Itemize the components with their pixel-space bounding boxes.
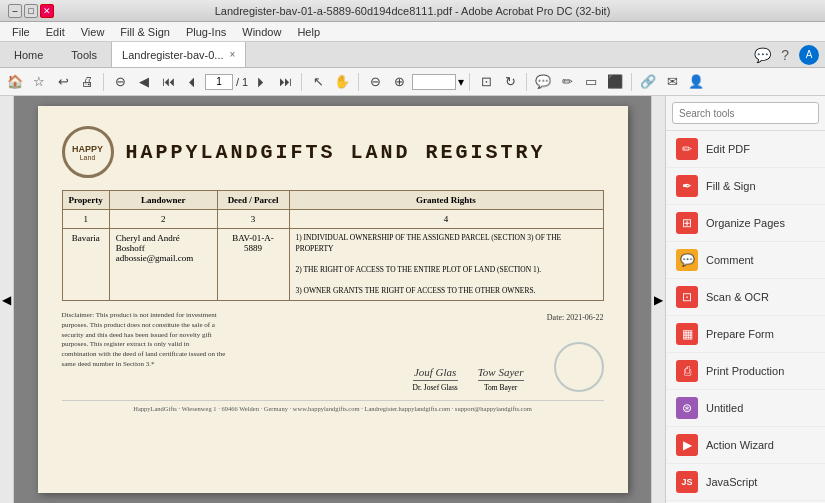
prev-icon[interactable]: ⏴ xyxy=(181,71,203,93)
menu-plugins[interactable]: Plug-Ins xyxy=(178,24,234,40)
separator-1 xyxy=(103,73,104,91)
pdf-canvas[interactable]: HAPPY Land HAPPYLANDGIFTS LAND REGISTRY … xyxy=(14,96,651,503)
row-num-2: 2 xyxy=(109,210,217,229)
col-rights: Granted Rights xyxy=(289,191,603,210)
separator-4 xyxy=(469,73,470,91)
help-icon[interactable]: ? xyxy=(781,47,789,63)
chat-icon[interactable]: 💬 xyxy=(754,47,771,63)
untitled-label: Untitled xyxy=(706,402,743,414)
minimize-button[interactable]: – xyxy=(8,4,22,18)
bookmark-icon[interactable]: ☆ xyxy=(28,71,50,93)
tool-print-production[interactable]: ⎙ Print Production xyxy=(666,353,825,390)
menu-help[interactable]: Help xyxy=(289,24,328,40)
cell-rights: 1) INDIVIDUAL OWNERSHIP OF THE ASSIGNED … xyxy=(289,229,603,301)
cell-landowner: Cheryl and André Boshoff adbossie@gmail.… xyxy=(109,229,217,301)
pdf-title: HAPPYLANDGIFTS LAND REGISTRY xyxy=(126,141,546,164)
official-stamp xyxy=(554,342,604,392)
home-icon[interactable]: 🏠 xyxy=(4,71,26,93)
tool-prepare-form[interactable]: ▦ Prepare Form xyxy=(666,316,825,353)
tab-home[interactable]: Home xyxy=(0,42,57,67)
stamp-icon[interactable]: ⬛ xyxy=(604,71,626,93)
link-icon[interactable]: 🔗 xyxy=(637,71,659,93)
separator-3 xyxy=(358,73,359,91)
page-indicator: 1 / 1 xyxy=(205,74,248,90)
javascript-icon: JS xyxy=(676,471,698,493)
cell-deed: BAV-01-A-5889 xyxy=(217,229,289,301)
menu-fill-sign[interactable]: Fill & Sign xyxy=(112,24,178,40)
sig1-name: Jouf Glas xyxy=(413,366,458,381)
rotate-icon[interactable]: ↻ xyxy=(499,71,521,93)
tool-organize-pages[interactable]: ⊞ Organize Pages xyxy=(666,205,825,242)
zoom-control: 100% ▾ xyxy=(412,74,464,90)
toolbar: 🏠 ☆ ↩ 🖨 ⊖ ◀ ⏮ ⏴ 1 / 1 ⏵ ⏭ ↖ ✋ ⊖ ⊕ 100% ▾… xyxy=(0,68,825,96)
hand-icon[interactable]: ✋ xyxy=(331,71,353,93)
back-icon[interactable]: ↩ xyxy=(52,71,74,93)
share-icon[interactable]: 👤 xyxy=(685,71,707,93)
maximize-button[interactable]: □ xyxy=(24,4,38,18)
left-nav-arrow[interactable]: ◀ xyxy=(0,96,14,503)
col-property: Property xyxy=(62,191,109,210)
highlight-icon[interactable]: ▭ xyxy=(580,71,602,93)
scan-ocr-label: Scan & OCR xyxy=(706,291,769,303)
right-nav-arrow[interactable]: ▶ xyxy=(651,96,665,503)
close-button[interactable]: ✕ xyxy=(40,4,54,18)
cursor-icon[interactable]: ↖ xyxy=(307,71,329,93)
comment-tool-icon: 💬 xyxy=(676,249,698,271)
signature-2: Tow Sayer Tom Bayer xyxy=(478,366,524,392)
tool-untitled[interactable]: ⊛ Untitled xyxy=(666,390,825,427)
untitled-icon: ⊛ xyxy=(676,397,698,419)
sig2-label: Tom Bayer xyxy=(478,383,524,392)
zoom-out-icon[interactable]: ⊖ xyxy=(109,71,131,93)
prev-page-icon[interactable]: ◀ xyxy=(133,71,155,93)
tools-search-container xyxy=(666,96,825,131)
zoom-dropdown-icon[interactable]: ▾ xyxy=(458,75,464,89)
tab-doc-close[interactable]: × xyxy=(230,49,236,60)
menu-edit[interactable]: Edit xyxy=(38,24,73,40)
print-icon[interactable]: 🖨 xyxy=(76,71,98,93)
page-total: 1 xyxy=(242,76,248,88)
zoom-plus-icon[interactable]: ⊕ xyxy=(388,71,410,93)
page-input[interactable]: 1 xyxy=(205,74,233,90)
tool-edit-pdf[interactable]: ✏ Edit PDF xyxy=(666,131,825,168)
print-production-label: Print Production xyxy=(706,365,784,377)
next-icon[interactable]: ⏵ xyxy=(250,71,272,93)
user-avatar[interactable]: A xyxy=(799,45,819,65)
tab-bar: Home Tools Landregister-bav-0... × 💬 ? A xyxy=(0,42,825,68)
pdf-disclaimer: Disclaimer: This product is not intended… xyxy=(62,311,226,370)
pdf-date: Date: 2021-06-22 xyxy=(547,313,604,322)
edit-pdf-label: Edit PDF xyxy=(706,143,750,155)
tab-tools[interactable]: Tools xyxy=(57,42,111,67)
tool-action-wizard[interactable]: ▶ Action Wizard xyxy=(666,427,825,464)
cell-property: Bavaria xyxy=(62,229,109,301)
tab-document[interactable]: Landregister-bav-0... × xyxy=(111,42,246,67)
row-num-3: 3 xyxy=(217,210,289,229)
title-bar: – □ ✕ Landregister-bav-01-a-5889-60d194d… xyxy=(0,0,825,22)
pdf-logo: HAPPY Land xyxy=(62,126,114,178)
fill-sign-icon: ✒ xyxy=(676,175,698,197)
prepare-form-icon: ▦ xyxy=(676,323,698,345)
sig2-name: Tow Sayer xyxy=(478,366,524,381)
fit-page-icon[interactable]: ⊡ xyxy=(475,71,497,93)
zoom-minus-icon[interactable]: ⊖ xyxy=(364,71,386,93)
menu-window[interactable]: Window xyxy=(234,24,289,40)
pencil-icon[interactable]: ✏ xyxy=(556,71,578,93)
tool-fill-sign[interactable]: ✒ Fill & Sign xyxy=(666,168,825,205)
tool-scan-ocr[interactable]: ⊡ Scan & OCR xyxy=(666,279,825,316)
separator-6 xyxy=(631,73,632,91)
page-separator: / xyxy=(236,76,239,88)
comment-icon[interactable]: 💬 xyxy=(532,71,554,93)
logo-happy: HAPPY xyxy=(72,144,103,154)
menu-view[interactable]: View xyxy=(73,24,113,40)
menu-file[interactable]: File xyxy=(4,24,38,40)
tools-search-input[interactable] xyxy=(672,102,819,124)
row-num-4: 4 xyxy=(289,210,603,229)
tool-javascript[interactable]: JS JavaScript xyxy=(666,464,825,501)
forward-icon[interactable]: ⏭ xyxy=(274,71,296,93)
right-panel: ✏ Edit PDF ✒ Fill & Sign ⊞ Organize Page… xyxy=(665,96,825,503)
mail-icon[interactable]: ✉ xyxy=(661,71,683,93)
rewind-icon[interactable]: ⏮ xyxy=(157,71,179,93)
sig1-label: Dr. Josef Glass xyxy=(413,383,458,392)
signature-1: Jouf Glas Dr. Josef Glass xyxy=(413,366,458,392)
zoom-input[interactable]: 100% xyxy=(412,74,456,90)
tool-comment[interactable]: 💬 Comment xyxy=(666,242,825,279)
